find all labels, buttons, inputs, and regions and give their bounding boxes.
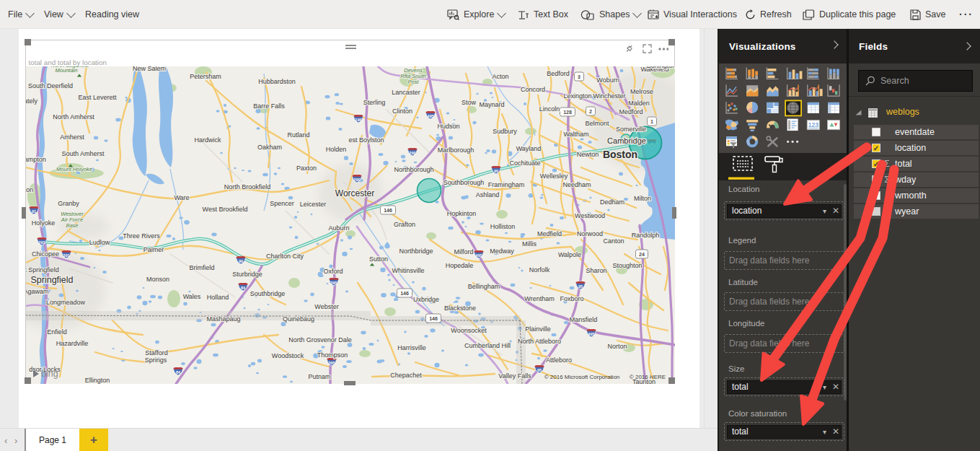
svg-text:Attleboro: Attleboro [545,356,571,364]
svg-text:Bellingham: Bellingham [467,283,500,290]
svg-text:Monson: Monson [146,276,169,283]
svg-text:South Amherst: South Amherst [61,150,105,157]
svg-text:Walpole: Walpole [557,251,581,258]
svg-text:395: 395 [328,360,335,364]
svg-text:146: 146 [429,315,438,320]
svg-text:Wales: Wales [182,293,200,300]
svg-text:Milford: Milford [454,248,473,255]
svg-text:Paxton: Paxton [296,165,316,172]
svg-text:Holyoke: Holyoke [31,219,55,227]
svg-text:90: 90 [238,258,242,263]
svg-text:Lexington: Lexington [563,92,591,100]
svg-text:Hopkinton: Hopkinton [446,210,476,217]
svg-text:Wellesley: Wellesley [539,172,568,180]
svg-text:Granby: Granby [58,200,79,207]
svg-text:95: 95 [578,284,582,288]
svg-text:Blackstone: Blackstone [443,305,475,312]
svg-text:Woodstock: Woodstock [271,352,304,359]
svg-text:Melrose: Melrose [630,88,653,95]
svg-text:Spencer: Spencer [270,200,294,207]
svg-text:Ludlow: Ludlow [89,239,110,246]
svg-text:Valley Falls: Valley Falls [498,372,531,380]
svg-text:Lancaster: Lancaster [392,89,420,96]
svg-text:© 2016 Microsoft Corporation: © 2016 Microsoft Corporation [544,374,619,380]
svg-text:Uxbridge: Uxbridge [412,296,438,303]
svg-text:Putnam: Putnam [308,373,330,380]
svg-text:Holland: Holland [206,294,229,301]
svg-text:1: 1 [650,118,653,123]
svg-text:Oxford: Oxford [323,268,343,275]
svg-text:Holden: Holden [325,146,346,153]
svg-text:North Attleboro: North Attleboro [517,338,560,345]
svg-text:95: 95 [537,367,541,372]
svg-text:Sturbridge: Sturbridge [232,271,262,278]
svg-text:Sharon: Sharon [586,267,606,274]
svg-text:Southbridge: Southbridge [250,290,285,297]
svg-text:Needham: Needham [562,181,591,188]
svg-text:Chepachet: Chepachet [390,372,422,379]
svg-text:bing: bing [41,369,58,379]
svg-text:Waltham: Waltham [563,131,588,138]
svg-text:Longmeadow: Longmeadow [45,299,85,306]
svg-text:© 2016 HERE: © 2016 HERE [629,374,665,380]
svg-text:Newton: Newton [576,151,599,158]
svg-text:91: 91 [31,209,35,213]
svg-text:146: 146 [384,207,392,212]
svg-text:Cochituate: Cochituate [509,159,540,167]
svg-text:Medford: Medford [619,108,643,115]
svg-text:Bedford: Bedford [547,70,570,77]
svg-text:Mashapaug: Mashapaug [206,315,240,323]
svg-text:Westwood: Westwood [575,212,605,219]
svg-text:128: 128 [563,109,572,114]
svg-text:Woonsocket: Woonsocket [451,327,487,334]
svg-text:Amherst: Amherst [60,133,84,141]
svg-text:Northborough: Northborough [394,166,433,173]
svg-text:Thompson: Thompson [317,351,348,359]
svg-text:Webster: Webster [314,303,338,310]
svg-text:Wayland: Wayland [516,145,541,152]
svg-text:Cambridge: Cambridge [607,136,646,145]
svg-text:291: 291 [38,240,45,244]
svg-text:Springfield: Springfield [30,275,73,285]
svg-text:3: 3 [578,74,581,79]
svg-text:Hopedale: Hopedale [445,262,473,269]
svg-text:Belmont: Belmont [585,120,609,127]
svg-text:Plainville: Plainville [525,325,551,333]
svg-text:Randolph: Randolph [631,232,659,239]
svg-text:Harrisville: Harrisville [397,344,426,351]
svg-text:495: 495 [427,113,433,118]
svg-text:Norfolk: Norfolk [529,266,549,273]
svg-text:Holliston: Holliston [490,223,515,230]
svg-text:Sutton: Sutton [368,255,387,263]
svg-text:395: 395 [330,280,337,284]
svg-text:Oakham: Oakham [257,144,281,151]
svg-text:Stoughton: Stoughton [612,262,642,269]
svg-text:Winchester: Winchester [593,92,625,100]
svg-text:Charlton City: Charlton City [265,253,304,260]
svg-text:East Leverett: East Leverett [78,94,117,101]
svg-text:est Boylston: est Boylston [348,136,384,144]
svg-text:New Salem: New Salem [132,66,165,72]
svg-text:190: 190 [355,117,361,121]
svg-text:Ware: Ware [174,194,189,201]
svg-text:Barre Falls: Barre Falls [253,102,285,110]
svg-text:Post: Post [407,78,419,84]
svg-text:Worcester: Worcester [335,188,374,198]
svg-text:Quinebaug: Quinebaug [282,315,314,323]
svg-text:391: 391 [63,253,69,257]
svg-text:hately: hately [26,97,38,105]
svg-text:495: 495 [588,331,594,336]
svg-text:Clinton: Clinton [392,108,412,115]
svg-text:Somerville: Somerville [615,126,645,133]
svg-text:Boston: Boston [602,149,637,160]
svg-text:Burlington: Burlington [646,66,674,69]
svg-text:Stow: Stow [461,99,476,106]
svg-text:Auburn: Auburn [328,224,349,232]
svg-text:Woburn: Woburn [596,76,619,84]
svg-text:90: 90 [493,168,498,172]
svg-text:Ellington: Ellington [84,377,110,384]
svg-text:Chicopee: Chicopee [31,250,58,258]
svg-text:South Deerfield: South Deerfield [27,82,72,89]
svg-text:Springs: Springs [144,356,167,364]
svg-text:146: 146 [400,290,409,295]
